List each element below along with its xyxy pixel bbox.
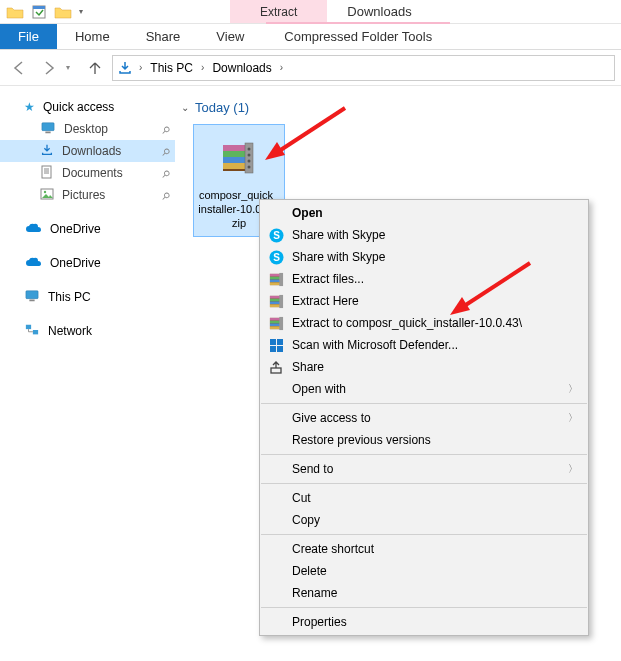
tab-share[interactable]: Share bbox=[128, 24, 199, 49]
up-button[interactable] bbox=[82, 55, 108, 81]
share-icon bbox=[264, 358, 288, 376]
properties-icon[interactable] bbox=[28, 1, 50, 23]
sidebar-item-quick-access[interactable]: ★ Quick access bbox=[0, 96, 175, 118]
separator bbox=[261, 534, 587, 535]
chevron-right-icon: 〉 bbox=[568, 382, 578, 396]
group-header[interactable]: ⌄ Today (1) bbox=[181, 100, 613, 115]
svg-rect-33 bbox=[277, 339, 283, 345]
rar-archive-icon bbox=[215, 135, 263, 183]
svg-rect-27 bbox=[33, 330, 38, 334]
ctx-extract-files[interactable]: Extract files... bbox=[260, 268, 588, 290]
tab-home[interactable]: Home bbox=[57, 24, 128, 49]
chevron-down-icon: ⌄ bbox=[181, 102, 189, 113]
pin-icon: ⚲ bbox=[159, 189, 172, 202]
forward-button[interactable] bbox=[36, 55, 62, 81]
address-bar[interactable]: › This PC › Downloads › bbox=[112, 55, 615, 81]
sidebar-item-desktop[interactable]: Desktop ⚲ bbox=[0, 118, 175, 140]
history-dropdown-icon[interactable]: ▾ bbox=[66, 63, 78, 72]
separator bbox=[261, 454, 587, 455]
context-menu: Open SShare with Skype SShare with Skype… bbox=[259, 199, 589, 636]
svg-rect-32 bbox=[270, 339, 276, 345]
ctx-open[interactable]: Open bbox=[260, 202, 588, 224]
qat-dropdown-icon[interactable]: ▾ bbox=[76, 7, 86, 16]
rar-icon bbox=[264, 314, 288, 332]
ctx-extract-here[interactable]: Extract Here bbox=[260, 290, 588, 312]
svg-text:S: S bbox=[273, 252, 280, 263]
star-icon: ★ bbox=[24, 100, 35, 114]
ctx-extract-to[interactable]: Extract to composr_quick_installer-10.0.… bbox=[260, 312, 588, 334]
chevron-right-icon[interactable]: › bbox=[278, 62, 285, 73]
ribbon-tabs: File Home Share View Compressed Folder T… bbox=[0, 24, 621, 50]
sidebar-item-onedrive[interactable]: OneDrive bbox=[0, 252, 175, 274]
svg-rect-34 bbox=[270, 346, 276, 352]
ctx-share-skype[interactable]: SShare with Skype bbox=[260, 224, 588, 246]
folder-icon[interactable] bbox=[4, 1, 26, 23]
separator bbox=[261, 403, 587, 404]
ctx-defender[interactable]: Scan with Microsoft Defender... bbox=[260, 334, 588, 356]
skype-icon: S bbox=[264, 248, 288, 266]
ctx-share-skype[interactable]: SShare with Skype bbox=[260, 246, 588, 268]
monitor-icon bbox=[24, 289, 40, 306]
pin-icon: ⚲ bbox=[159, 123, 172, 136]
sidebar-item-label: Desktop bbox=[64, 122, 108, 136]
sidebar: ★ Quick access Desktop ⚲ Downloads ⚲ Doc… bbox=[0, 86, 175, 661]
sidebar-item-label: Pictures bbox=[62, 188, 105, 202]
pin-icon: ⚲ bbox=[159, 145, 172, 158]
document-icon bbox=[40, 165, 54, 182]
chevron-right-icon[interactable]: › bbox=[199, 62, 206, 73]
breadcrumb-folder[interactable]: Downloads bbox=[208, 61, 275, 75]
chevron-right-icon[interactable]: › bbox=[137, 62, 144, 73]
tab-view[interactable]: View bbox=[198, 24, 262, 49]
ctx-copy[interactable]: Copy bbox=[260, 509, 588, 531]
ctx-open-with[interactable]: Open with〉 bbox=[260, 378, 588, 400]
sidebar-item-downloads[interactable]: Downloads ⚲ bbox=[0, 140, 175, 162]
sidebar-item-this-pc[interactable]: This PC bbox=[0, 286, 175, 308]
defender-icon bbox=[264, 336, 288, 354]
cloud-icon bbox=[24, 255, 42, 272]
svg-point-25 bbox=[44, 190, 46, 192]
ctx-restore-versions[interactable]: Restore previous versions bbox=[260, 429, 588, 451]
back-button[interactable] bbox=[6, 55, 32, 81]
ctx-properties[interactable]: Properties bbox=[260, 611, 588, 633]
download-icon bbox=[115, 58, 135, 78]
download-icon bbox=[40, 143, 54, 160]
ctx-send-to[interactable]: Send to〉 bbox=[260, 458, 588, 480]
skype-icon: S bbox=[264, 226, 288, 244]
new-folder-icon[interactable] bbox=[52, 1, 74, 23]
rar-icon bbox=[264, 292, 288, 310]
pin-icon: ⚲ bbox=[159, 167, 172, 180]
svg-rect-20 bbox=[42, 166, 51, 178]
svg-rect-26 bbox=[26, 324, 31, 328]
svg-rect-19 bbox=[33, 6, 45, 9]
ctx-rename[interactable]: Rename bbox=[260, 582, 588, 604]
separator bbox=[261, 483, 587, 484]
sidebar-item-label: Downloads bbox=[62, 144, 121, 158]
sidebar-item-network[interactable]: Network bbox=[0, 320, 175, 342]
svg-rect-35 bbox=[277, 346, 283, 352]
sidebar-item-onedrive[interactable]: OneDrive bbox=[0, 218, 175, 240]
tab-compressed-tools[interactable]: Compressed Folder Tools bbox=[266, 22, 450, 49]
svg-rect-36 bbox=[271, 368, 281, 373]
ctx-give-access[interactable]: Give access to〉 bbox=[260, 407, 588, 429]
breadcrumb-root[interactable]: This PC bbox=[146, 61, 197, 75]
rar-icon bbox=[264, 270, 288, 288]
network-icon bbox=[24, 323, 40, 340]
ctx-share[interactable]: Share bbox=[260, 356, 588, 378]
quick-access-toolbar: ▾ bbox=[0, 0, 90, 23]
chevron-right-icon: 〉 bbox=[568, 462, 578, 476]
sidebar-item-pictures[interactable]: Pictures ⚲ bbox=[0, 184, 175, 206]
tab-file[interactable]: File bbox=[0, 24, 57, 49]
group-header-label: Today (1) bbox=[195, 100, 249, 115]
picture-icon bbox=[40, 187, 54, 204]
ctx-create-shortcut[interactable]: Create shortcut bbox=[260, 538, 588, 560]
ctx-delete[interactable]: Delete bbox=[260, 560, 588, 582]
window-title: Downloads bbox=[327, 0, 431, 23]
sidebar-item-label: Documents bbox=[62, 166, 123, 180]
chevron-right-icon: 〉 bbox=[568, 411, 578, 425]
monitor-icon bbox=[40, 121, 56, 138]
sidebar-item-documents[interactable]: Documents ⚲ bbox=[0, 162, 175, 184]
sidebar-item-label: OneDrive bbox=[50, 222, 101, 236]
svg-text:S: S bbox=[273, 230, 280, 241]
ctx-cut[interactable]: Cut bbox=[260, 487, 588, 509]
separator bbox=[261, 607, 587, 608]
